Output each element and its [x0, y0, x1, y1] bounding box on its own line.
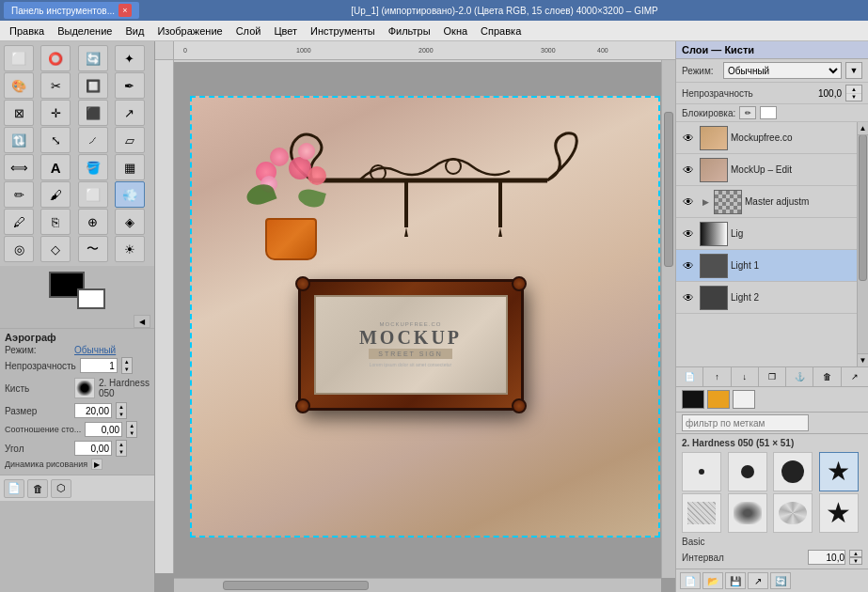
tool-text[interactable]: A: [40, 154, 71, 180]
layer-item-mockupfree[interactable]: 👁 Mockupfree.co: [676, 122, 857, 154]
panel-icon-new[interactable]: 📄: [680, 572, 701, 589]
opacity-up-right[interactable]: ▲: [846, 86, 861, 94]
size-spinner[interactable]: ▲ ▼: [116, 402, 127, 419]
layer-delete-btn[interactable]: 🗑: [813, 367, 841, 386]
brush-thumbnail[interactable]: [74, 378, 95, 398]
layer-eye-light1[interactable]: 👁: [680, 257, 697, 274]
interval-input[interactable]: [808, 550, 845, 565]
brush-cell-2[interactable]: [728, 452, 767, 491]
scroll-up-btn[interactable]: ▲: [858, 122, 868, 135]
menu-select[interactable]: Выделение: [52, 23, 118, 39]
tool-transform[interactable]: ↗: [115, 100, 145, 126]
layer-item-light1[interactable]: 👁 Light 1: [676, 250, 857, 282]
tool-flip[interactable]: ⟺: [4, 154, 34, 180]
mode-value[interactable]: Обычный: [74, 345, 116, 355]
brush-cell-6[interactable]: [728, 493, 767, 533]
layer-eye-light2[interactable]: 👁: [680, 289, 697, 306]
interval-spinner[interactable]: ▲ ▼: [849, 550, 862, 565]
layer-item-master[interactable]: 👁 ▶ Master adjustm: [676, 186, 857, 218]
tool-shear[interactable]: ⟋: [78, 127, 108, 153]
ratio-up[interactable]: ▲: [127, 422, 136, 429]
brush-filter-input[interactable]: [682, 414, 809, 431]
opacity-spinner-right[interactable]: ▲ ▼: [845, 85, 862, 101]
size-up[interactable]: ▲: [117, 403, 126, 411]
layer-item-lig[interactable]: 👁 Lig: [676, 218, 857, 250]
ratio-down[interactable]: ▼: [127, 429, 136, 437]
lock-color-box[interactable]: [760, 106, 777, 119]
menu-filters[interactable]: Фильтры: [383, 23, 436, 39]
expand-left-icon[interactable]: ◀: [134, 315, 150, 328]
menu-view[interactable]: Вид: [119, 23, 150, 39]
ratio-input[interactable]: [85, 422, 122, 437]
layer-eye-lig[interactable]: 👁: [680, 226, 697, 242]
tool-ellipse-select[interactable]: ⭕: [40, 45, 71, 71]
tool-rotate[interactable]: 🔃: [4, 127, 34, 153]
tool-rect-select[interactable]: ⬜: [4, 45, 34, 71]
canvas-image[interactable]: MOCKUPFREE.CO MOCKUP STREET SIGN Lorem i…: [190, 96, 660, 537]
panel-icon-refresh[interactable]: 🔄: [770, 572, 791, 589]
tool-airbrush[interactable]: 💨: [115, 181, 145, 208]
brush-cell-star[interactable]: ★: [819, 452, 859, 491]
layer-duplicate-btn[interactable]: ❐: [759, 367, 786, 386]
canvas-scroll[interactable]: MOCKUPFREE.CO MOCKUP STREET SIGN Lorem i…: [174, 60, 675, 573]
layer-eye-mockupedit[interactable]: 👁: [680, 162, 697, 179]
tool-fuzzy-select[interactable]: ✦: [115, 45, 145, 71]
layer-new-btn[interactable]: 📄: [676, 367, 703, 386]
swatch-black[interactable]: [682, 390, 704, 409]
interval-down[interactable]: ▼: [849, 557, 862, 565]
tool-ink[interactable]: 🖊: [4, 209, 34, 235]
layer-item-light2[interactable]: 👁 Light 2: [676, 282, 857, 314]
menu-color[interactable]: Цвет: [268, 23, 303, 39]
tool-blur[interactable]: ◎: [4, 236, 34, 262]
size-input[interactable]: [74, 403, 112, 418]
layer-export-btn[interactable]: ↗: [842, 367, 868, 386]
tool-pencil[interactable]: ✏: [4, 181, 34, 208]
tool-blend[interactable]: ▦: [115, 154, 145, 180]
layers-scroll-thumb[interactable]: [859, 134, 867, 281]
opacity-down[interactable]: ▼: [122, 366, 132, 373]
close-button[interactable]: ×: [118, 4, 132, 17]
color-selector[interactable]: [49, 272, 105, 309]
tool-heal[interactable]: ⊕: [78, 209, 108, 235]
tool-perspective[interactable]: ▱: [115, 127, 145, 153]
tool-align[interactable]: ⬛: [78, 100, 108, 126]
angle-input[interactable]: [74, 441, 112, 456]
background-color[interactable]: [77, 288, 105, 309]
angle-up[interactable]: ▲: [117, 441, 126, 448]
mode-arrow-btn[interactable]: ▼: [845, 62, 862, 79]
brush-cell-3[interactable]: [773, 452, 813, 491]
tool-bucket-fill[interactable]: 🪣: [78, 154, 108, 180]
menu-layer[interactable]: Слой: [230, 23, 267, 39]
lock-pixels-icon[interactable]: ✏: [739, 106, 756, 119]
v-scroll-thumb[interactable]: [664, 112, 673, 267]
brush-cell-5[interactable]: [682, 493, 721, 533]
tool-foreground-select[interactable]: 🔲: [78, 72, 108, 99]
tool-scale[interactable]: ⤡: [40, 127, 71, 153]
layer-eye-master[interactable]: 👁: [680, 194, 697, 210]
layer-item-mockupedit[interactable]: 👁 MockUp – Edit: [676, 154, 857, 186]
blend-mode-select[interactable]: Обычный: [723, 62, 842, 79]
opacity-input[interactable]: [80, 358, 118, 373]
tool-by-color[interactable]: 🎨: [4, 72, 34, 99]
opacity-up[interactable]: ▲: [122, 358, 132, 366]
tool-dodge-burn[interactable]: ☀: [115, 236, 145, 262]
menu-help[interactable]: Справка: [475, 23, 527, 39]
panel-icon-open[interactable]: 📂: [702, 572, 723, 589]
brush-cell-1[interactable]: [682, 452, 721, 491]
tool-raise[interactable]: 🗑: [27, 479, 48, 498]
size-down[interactable]: ▼: [117, 411, 126, 418]
tool-scissors[interactable]: ✂: [40, 72, 71, 99]
scroll-down-btn[interactable]: ▼: [858, 353, 868, 366]
tool-perspective-clone[interactable]: ◈: [115, 209, 145, 235]
tool-clone[interactable]: ⎘: [40, 209, 71, 235]
menu-tools[interactable]: Инструменты: [305, 23, 381, 39]
opacity-down-right[interactable]: ▼: [846, 94, 861, 101]
interval-up[interactable]: ▲: [849, 550, 862, 557]
layer-expand-master[interactable]: ▶: [700, 194, 711, 210]
layer-raise-btn[interactable]: ↑: [703, 367, 731, 386]
tool-new-layer[interactable]: 📄: [4, 479, 24, 498]
opacity-spinner[interactable]: ▲ ▼: [121, 357, 133, 374]
tool-paintbrush[interactable]: 🖌: [40, 181, 71, 208]
menu-windows[interactable]: Окна: [438, 23, 474, 39]
panel-icon-save[interactable]: 💾: [725, 572, 746, 589]
